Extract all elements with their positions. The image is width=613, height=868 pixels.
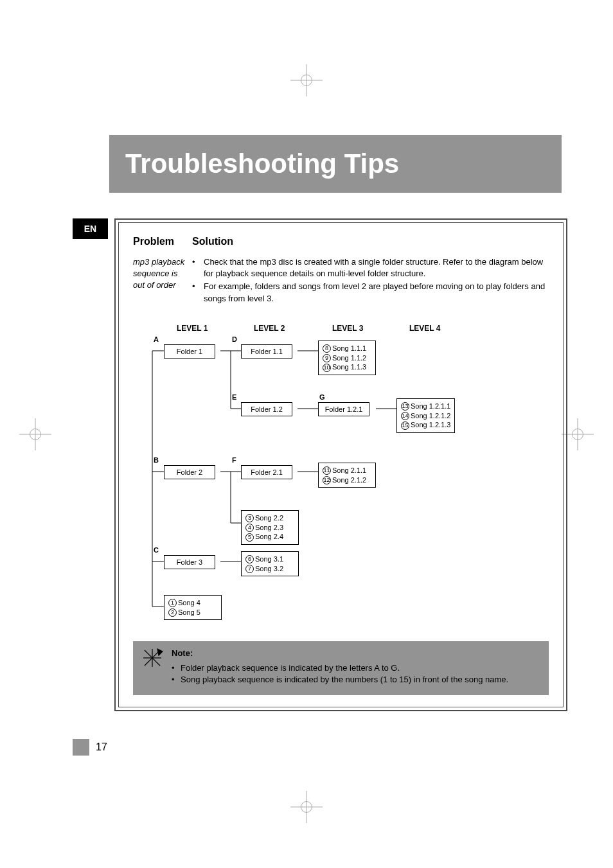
song-node: 11Song 2.1.1 12Song 2.1.2: [318, 463, 376, 488]
crop-mark-bottom: [290, 791, 323, 823]
note-title: Note:: [172, 648, 540, 660]
header-problem: Problem: [133, 236, 192, 247]
table-row: mp3 playback sequence is out of order •C…: [133, 256, 549, 306]
crop-mark-top: [290, 64, 323, 96]
song-node: 13Song 1.2.1.1 14Song 1.2.1.2 15Song 1.2…: [396, 398, 455, 434]
header-solution: Solution: [192, 236, 549, 247]
svg-marker-22: [157, 649, 163, 655]
problem-text: mp3 playback sequence is out of order: [133, 256, 192, 306]
page-number: 17: [96, 741, 107, 753]
crop-mark-left: [19, 418, 51, 450]
page-title: Troubleshooting Tips: [125, 148, 399, 179]
folder-node: Folder 1.1: [241, 344, 292, 359]
table-header: Problem Solution: [133, 236, 549, 247]
folder-node: Folder 2.1: [241, 465, 292, 479]
folder-node: Folder 3: [164, 555, 215, 569]
solution-bullet: For example, folders and songs from leve…: [204, 281, 549, 304]
level-header: LEVEL 2: [254, 324, 285, 333]
solution-bullet: Check that the mp3 disc is created with …: [204, 256, 549, 279]
folder-label: F: [232, 456, 236, 464]
folder-diagram: LEVEL 1 LEVEL 2 LEVEL 3 LEVEL 4: [133, 324, 549, 632]
song-node: 3Song 2.2 4Song 2.3 5Song 2.4: [241, 510, 299, 545]
song-node: 8Song 1.1.1 9Song 1.1.2 10Song 1.1.3: [318, 341, 376, 376]
level-header: LEVEL 4: [409, 324, 440, 333]
song-node: 1Song 4 2Song 5: [164, 595, 222, 621]
folder-label: B: [154, 456, 159, 464]
note-line: Song playback sequence is indicated by t…: [181, 674, 508, 686]
folder-label: D: [232, 335, 237, 343]
folder-node: Folder 1.2: [241, 402, 292, 416]
note-line: Folder playback sequence is indicated by…: [181, 662, 400, 675]
solution-text: •Check that the mp3 disc is created with…: [192, 256, 549, 306]
folder-node: Folder 1.2.1: [318, 402, 369, 416]
folder-label: C: [154, 546, 159, 554]
page-number-block: 17: [73, 739, 107, 756]
folder-label: A: [154, 335, 159, 343]
title-bar: Troubleshooting Tips: [109, 135, 562, 193]
folder-node: Folder 1: [164, 344, 215, 359]
song-node: 6Song 3.1 7Song 3.2: [241, 551, 299, 577]
folder-label: E: [232, 393, 236, 401]
level-header: LEVEL 1: [177, 324, 208, 333]
folder-node: Folder 2: [164, 465, 215, 479]
level-header: LEVEL 3: [332, 324, 363, 333]
folder-label: G: [319, 393, 325, 401]
note-block: Note: •Folder playback sequence is indic…: [133, 641, 549, 696]
content-frame: Problem Solution mp3 playback sequence i…: [114, 218, 567, 711]
language-tab: EN: [73, 218, 108, 239]
note-icon: [139, 645, 165, 671]
